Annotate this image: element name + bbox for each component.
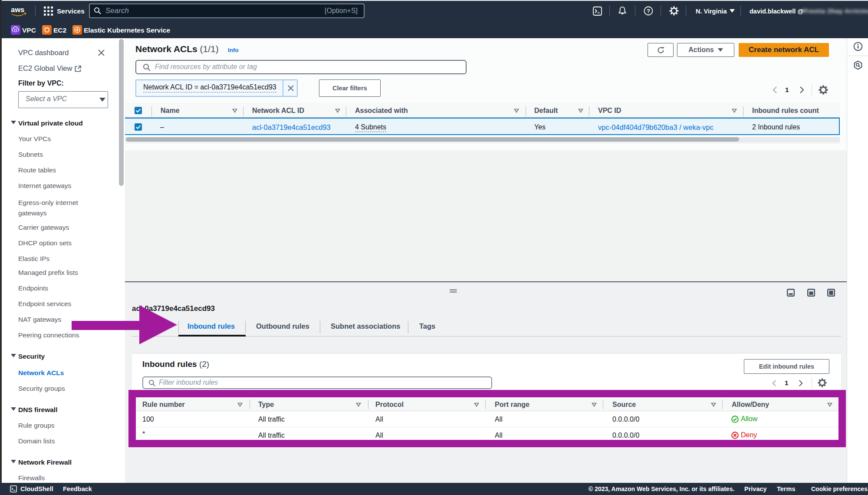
svg-text:aws: aws [11, 6, 24, 13]
svg-text:?: ? [647, 8, 650, 14]
